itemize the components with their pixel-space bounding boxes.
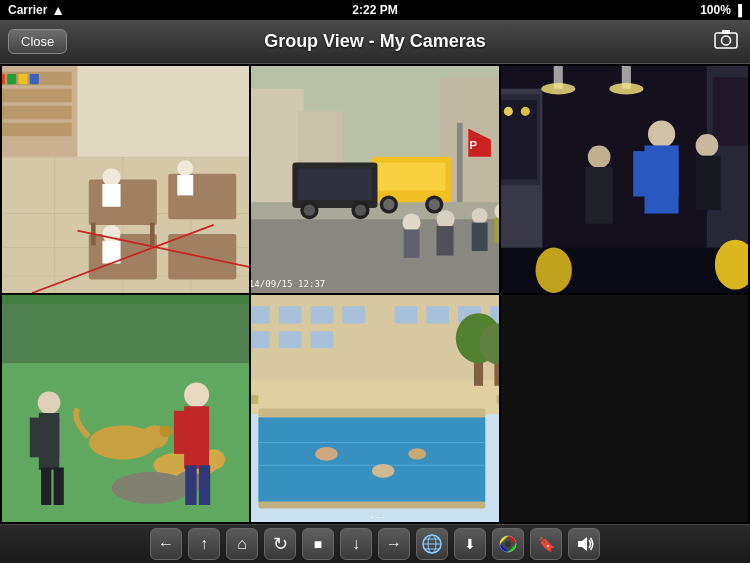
svg-rect-28 — [102, 184, 120, 207]
svg-text:2014/09/15 12:37: 2014/09/15 12:37 — [251, 279, 325, 289]
svg-point-60 — [472, 208, 488, 224]
svg-point-27 — [102, 168, 120, 186]
camera-cell-6[interactable] — [501, 295, 748, 522]
svg-point-70 — [520, 107, 529, 116]
svg-rect-104 — [174, 411, 186, 454]
svg-point-93 — [159, 426, 173, 437]
svg-point-98 — [38, 391, 61, 414]
svg-point-74 — [541, 83, 575, 94]
camera-cell-5[interactable]: --- — [251, 295, 498, 522]
svg-rect-85 — [695, 156, 720, 210]
screenshot-icon[interactable] — [714, 29, 738, 54]
svg-point-50 — [304, 204, 315, 215]
battery-label: 100% — [700, 3, 731, 17]
svg-rect-116 — [395, 306, 418, 323]
svg-rect-17 — [2, 74, 5, 84]
svg-rect-114 — [311, 306, 334, 323]
camera-cell-1[interactable] — [2, 66, 249, 293]
svg-rect-18 — [7, 74, 16, 84]
carrier-label: Carrier — [8, 3, 47, 17]
camera-cell-4[interactable] — [2, 295, 249, 522]
svg-rect-89 — [2, 295, 249, 363]
svg-rect-101 — [48, 418, 59, 458]
svg-rect-117 — [427, 306, 450, 323]
svg-point-146 — [505, 541, 511, 547]
svg-rect-15 — [2, 106, 72, 120]
svg-point-46 — [429, 199, 440, 210]
svg-rect-81 — [662, 151, 678, 196]
svg-text:P: P — [470, 139, 478, 151]
download-button[interactable]: ⬇ — [454, 528, 486, 560]
svg-point-134 — [408, 448, 426, 459]
globe-button[interactable] — [416, 528, 448, 560]
svg-point-76 — [609, 83, 643, 94]
svg-rect-131 — [259, 409, 486, 418]
status-bar: Carrier ▲ 2:22 PM 100% ▐ — [0, 0, 750, 20]
svg-rect-2 — [722, 30, 730, 34]
forward-button[interactable]: → — [378, 528, 410, 560]
camera-cell-3[interactable] — [501, 66, 748, 293]
svg-rect-48 — [298, 168, 372, 200]
svg-rect-61 — [472, 223, 488, 251]
back-button[interactable]: ← — [150, 528, 182, 560]
svg-rect-42 — [378, 162, 446, 190]
svg-rect-26 — [150, 223, 155, 246]
svg-rect-109 — [54, 468, 64, 505]
svg-rect-136 — [497, 395, 499, 404]
svg-rect-19 — [18, 74, 27, 84]
refresh-button[interactable]: ↻ — [264, 528, 296, 560]
volume-button[interactable] — [568, 528, 600, 560]
svg-point-58 — [437, 210, 455, 228]
svg-rect-30 — [177, 175, 193, 195]
svg-rect-72 — [712, 77, 748, 145]
camera-cell-2[interactable]: P 2014/09/15 12:37 — [251, 66, 498, 293]
svg-rect-80 — [633, 151, 649, 196]
svg-rect-83 — [585, 167, 612, 224]
palette-button[interactable] — [492, 528, 524, 560]
camera-grid: P 2014/09/15 12:37 — [0, 64, 750, 524]
svg-point-78 — [648, 120, 675, 147]
svg-rect-108 — [41, 468, 51, 505]
svg-point-69 — [503, 107, 512, 116]
svg-rect-53 — [457, 123, 463, 202]
svg-rect-122 — [311, 331, 334, 348]
stop-button[interactable]: ■ — [302, 528, 334, 560]
svg-rect-115 — [343, 306, 366, 323]
svg-rect-90 — [2, 295, 249, 304]
svg-rect-106 — [185, 465, 196, 505]
svg-point-56 — [403, 214, 421, 232]
down-button[interactable]: ↓ — [340, 528, 372, 560]
svg-point-133 — [372, 464, 395, 478]
svg-rect-139 — [501, 295, 748, 522]
svg-marker-147 — [578, 537, 587, 551]
svg-rect-121 — [279, 331, 302, 348]
close-button[interactable]: Close — [8, 29, 67, 54]
svg-rect-100 — [30, 418, 41, 458]
svg-rect-59 — [437, 226, 454, 256]
battery-icon: ▐ — [734, 4, 742, 16]
svg-rect-16 — [2, 123, 72, 137]
up-button[interactable]: ↑ — [188, 528, 220, 560]
svg-point-52 — [355, 204, 366, 215]
home-button[interactable]: ⌂ — [226, 528, 258, 560]
status-right: 100% ▐ — [700, 3, 742, 17]
tag-button[interactable]: 🔖 — [530, 528, 562, 560]
svg-point-102 — [184, 382, 209, 407]
svg-rect-112 — [251, 306, 270, 323]
svg-rect-120 — [251, 331, 270, 348]
svg-rect-14 — [2, 89, 72, 103]
svg-rect-21 — [89, 180, 157, 225]
svg-rect-105 — [197, 411, 209, 454]
status-left: Carrier ▲ — [8, 2, 65, 18]
svg-point-31 — [102, 225, 120, 243]
svg-rect-137 — [259, 502, 486, 509]
svg-rect-135 — [251, 395, 258, 404]
svg-rect-20 — [30, 74, 39, 84]
svg-point-44 — [384, 199, 395, 210]
page-title: Group View - My Cameras — [264, 31, 486, 52]
svg-point-82 — [587, 145, 610, 168]
svg-rect-57 — [404, 229, 420, 257]
toolbar: ← ↑ ⌂ ↻ ■ ↓ → ⬇ 🔖 — [0, 524, 750, 563]
svg-rect-113 — [279, 306, 302, 323]
svg-point-29 — [177, 160, 193, 176]
